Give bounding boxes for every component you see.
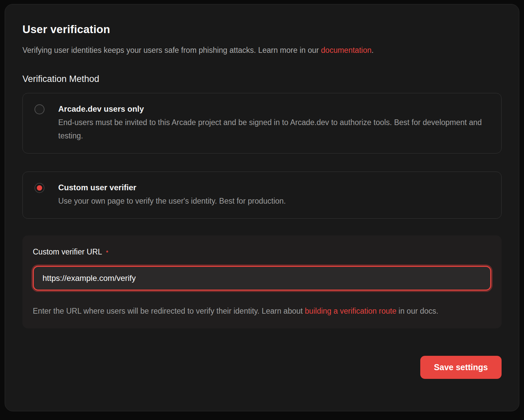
page-description-text: Verifying user identities keeps your use… <box>22 46 321 55</box>
custom-verifier-url-input[interactable] <box>33 266 491 291</box>
option-description: Use your own page to verify the user's i… <box>58 194 286 208</box>
page-description-period: . <box>371 46 373 55</box>
user-verification-card: User verification Verifying user identit… <box>5 4 519 411</box>
option-text: Custom user verifier Use your own page t… <box>58 182 286 208</box>
verification-method-heading: Verification Method <box>22 74 502 84</box>
option-label: Arcade.dev users only <box>58 103 489 114</box>
custom-verifier-url-help: Enter the URL where users will be redire… <box>33 305 491 318</box>
help-text-end: in our docs. <box>397 307 438 315</box>
help-text: Enter the URL where users will be redire… <box>33 307 305 315</box>
option-arcade-users-only[interactable]: Arcade.dev users only End-users must be … <box>22 93 502 153</box>
verification-route-link[interactable]: building a verification route <box>305 307 397 315</box>
option-custom-user-verifier[interactable]: Custom user verifier Use your own page t… <box>22 172 502 219</box>
custom-verifier-url-label: Custom verifier URL <box>33 247 102 256</box>
option-description: End-users must be invited to this Arcade… <box>58 116 489 142</box>
custom-verifier-url-section: Custom verifier URL* Enter the URL where… <box>22 235 502 328</box>
save-settings-button[interactable]: Save settings <box>420 356 502 379</box>
option-label: Custom user verifier <box>58 182 286 193</box>
custom-verifier-url-label-row: Custom verifier URL* <box>33 247 491 256</box>
radio-arcade-users-only[interactable] <box>34 104 45 114</box>
required-asterisk: * <box>106 250 108 255</box>
page-description: Verifying user identities keeps your use… <box>22 44 502 56</box>
actions-row: Save settings <box>22 356 502 379</box>
documentation-link[interactable]: documentation <box>321 46 371 55</box>
page-title: User verification <box>22 23 502 36</box>
option-text: Arcade.dev users only End-users must be … <box>58 103 489 142</box>
radio-custom-user-verifier[interactable] <box>34 183 45 193</box>
